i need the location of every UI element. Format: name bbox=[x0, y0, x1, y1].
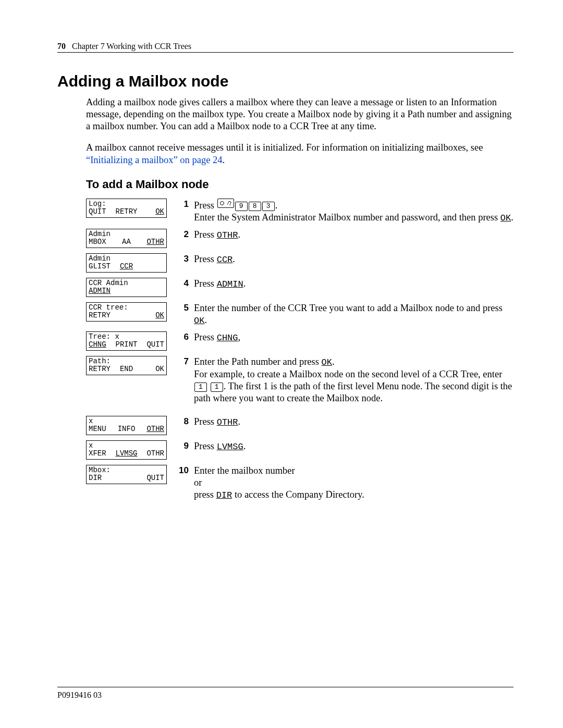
lvmsg-softkey-label: LVMSG bbox=[217, 442, 243, 452]
lcd-display: Path: RETRY END OK bbox=[86, 356, 167, 375]
step-number: 1 bbox=[169, 199, 194, 209]
lcd-display: CCR tree: RETRY OK bbox=[86, 302, 167, 322]
key-3: 3 bbox=[262, 202, 275, 211]
intro-paragraph-1: Adding a mailbox node gives callers a ma… bbox=[86, 96, 513, 132]
othr-softkey-label: OTHR bbox=[217, 417, 238, 427]
chng-softkey-label: CHNG bbox=[217, 333, 238, 343]
chapter-title: Chapter 7 Working with CCR Trees bbox=[72, 42, 191, 51]
softkey-center: RETRY bbox=[114, 208, 139, 216]
lcd-display: x XFER LVMSG OTHR bbox=[86, 440, 167, 460]
lcd-display: Admin MBOX AA OTHR bbox=[86, 229, 167, 248]
key-9: 9 bbox=[235, 202, 248, 211]
step-3: Admin GLIST CCR 3 Press CCR. bbox=[86, 253, 513, 273]
softkey-right: OK bbox=[139, 208, 164, 216]
admin-softkey-label: ADMIN bbox=[217, 279, 243, 289]
lcd-display: Tree: x CHNG PRINT QUIT bbox=[86, 331, 167, 351]
lcd-display: x MENU INFO OTHR bbox=[86, 416, 167, 435]
lcd-line-1: Log: bbox=[89, 200, 164, 208]
step-7: Path: RETRY END OK 7 Enter the Path numb… bbox=[86, 356, 513, 404]
key-1: 1 bbox=[194, 382, 207, 392]
lcd-display: Log: QUIT RETRY OK bbox=[86, 199, 167, 218]
key-1: 1 bbox=[211, 382, 223, 392]
step-5: CCR tree: RETRY OK 5 Enter the number of… bbox=[86, 302, 513, 326]
intro-block: Adding a mailbox node gives callers a ma… bbox=[86, 96, 513, 166]
softkey-left: QUIT bbox=[89, 208, 114, 216]
step-6: Tree: x CHNG PRINT QUIT 6 Press CHNG, bbox=[86, 331, 513, 351]
page-footer: P0919416 03 bbox=[57, 687, 513, 700]
intro-p2-pre: A mailbox cannot receive messages until … bbox=[86, 142, 483, 153]
step-1: Log: QUIT RETRY OK 1 Press 983. Enter th… bbox=[86, 199, 513, 224]
page-number: 70 bbox=[57, 42, 66, 51]
feature-key-icon bbox=[217, 199, 234, 208]
document-id: P0919416 03 bbox=[57, 690, 102, 699]
step-8: x MENU INFO OTHR 8 Press OTHR. bbox=[86, 416, 513, 435]
procedure-title: To add a Mailbox node bbox=[86, 178, 513, 191]
lcd-display: Mbox: DIR QUIT bbox=[86, 465, 167, 484]
intro-paragraph-2: A mailbox cannot receive messages until … bbox=[86, 142, 513, 166]
lcd-softkeys: QUIT RETRY OK bbox=[89, 208, 164, 216]
lcd-display: Admin GLIST CCR bbox=[86, 253, 167, 273]
ok-softkey-label: OK bbox=[322, 357, 332, 367]
ok-softkey-label: OK bbox=[500, 213, 511, 223]
section-title: Adding a Mailbox node bbox=[57, 72, 513, 90]
intro-p2-post: . bbox=[222, 155, 225, 165]
ccr-softkey-label: CCR bbox=[217, 255, 233, 265]
step-10: Mbox: DIR QUIT 10 Enter the mailbox numb… bbox=[86, 465, 513, 501]
lcd-display: CCR Admin ADMIN bbox=[86, 278, 167, 297]
othr-softkey-label: OTHR bbox=[217, 230, 238, 240]
step-text: Press 983. Enter the System Administrato… bbox=[194, 199, 513, 224]
key-8: 8 bbox=[249, 202, 261, 211]
step-9: x XFER LVMSG OTHR 9 Press LVMSG. bbox=[86, 440, 513, 460]
ok-softkey-label: OK bbox=[194, 316, 204, 326]
step-4: CCR Admin ADMIN 4 Press ADMIN. bbox=[86, 278, 513, 297]
steps-list: Log: QUIT RETRY OK 1 Press 983. Enter th… bbox=[86, 199, 513, 501]
page-header: 70 Chapter 7 Working with CCR Trees bbox=[57, 42, 513, 53]
dir-softkey-label: DIR bbox=[216, 490, 232, 500]
initializing-mailbox-link[interactable]: “Initializing a mailbox” on page 24 bbox=[86, 155, 222, 165]
step-2: Admin MBOX AA OTHR 2 Press OTHR. bbox=[86, 229, 513, 248]
